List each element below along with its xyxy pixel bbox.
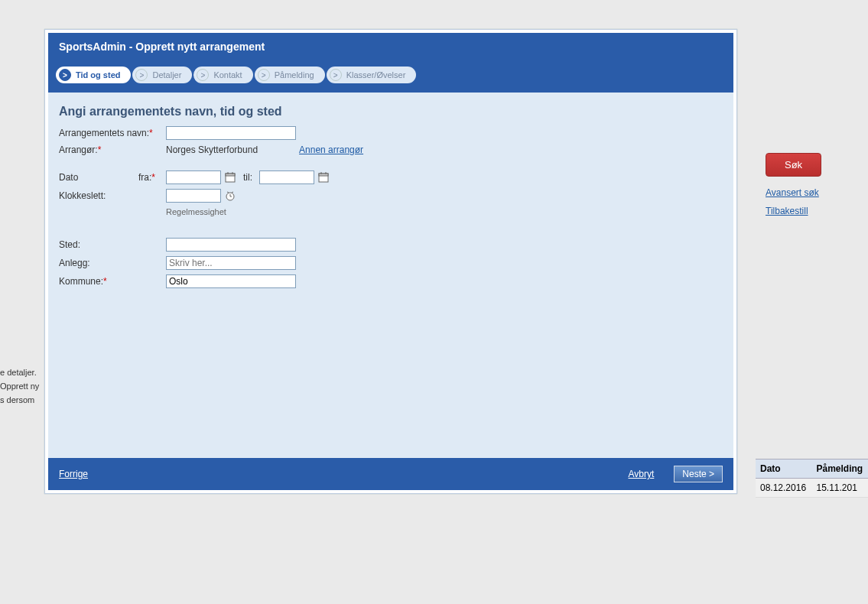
svg-rect-6 — [319, 174, 328, 176]
required-marker: * — [103, 276, 107, 287]
kommune-input[interactable] — [166, 274, 296, 288]
wizard-step-label: Klasser/Øvelser — [346, 70, 406, 80]
anlegg-input[interactable] — [166, 256, 296, 270]
chevron-right-icon: > — [59, 69, 71, 81]
table-header-row: Dato Påmelding — [756, 459, 868, 479]
results-table: Dato Påmelding 08.12.2016 15.11.201 — [756, 459, 868, 498]
wizard-step-label: Tid og sted — [76, 70, 120, 80]
regelmessighet-link[interactable]: Regelmessighet — [166, 207, 723, 216]
calendar-icon[interactable] — [224, 171, 236, 183]
wizard-step-pamelding[interactable]: > Påmelding — [255, 67, 325, 83]
cell-pamelding: 15.11.201 — [812, 482, 869, 493]
required-marker: * — [149, 128, 153, 138]
date-to-input[interactable] — [259, 170, 314, 184]
modal-title: SportsAdmin - Opprett nytt arrangement — [48, 33, 733, 60]
svg-line-12 — [227, 192, 229, 193]
bg-hint-line: Opprett ny — [0, 379, 46, 393]
chevron-right-icon: > — [258, 69, 270, 81]
col-header-dato: Dato — [756, 463, 812, 474]
fra-label: fra: — [138, 172, 151, 183]
col-header-pamelding: Påmelding — [812, 463, 869, 474]
wizard-step-detaljer[interactable]: > Detaljer — [132, 67, 192, 83]
calendar-icon[interactable] — [317, 171, 330, 183]
wizard-step-kontakt[interactable]: > Kontakt — [193, 67, 252, 83]
time-input[interactable] — [166, 189, 221, 203]
create-event-modal: SportsAdmin - Opprett nytt arrangement >… — [44, 29, 737, 494]
modal-footer: Forrige Avbryt Neste > — [48, 458, 733, 490]
wizard-steps: > Tid og sted > Detaljer > Kontakt > Påm… — [48, 60, 733, 93]
cell-dato: 08.12.2016 — [756, 482, 812, 493]
modal-body: Angi arrangementets navn, tid og sted Ar… — [48, 93, 733, 458]
chevron-right-icon: > — [330, 69, 342, 81]
background-hint-text: e detaljer. Opprett ny s dersom — [0, 365, 46, 407]
event-name-input[interactable] — [166, 126, 296, 140]
svg-line-13 — [232, 192, 233, 193]
required-marker: * — [98, 145, 102, 155]
wizard-step-tid-og-sted[interactable]: > Tid og sted — [56, 67, 131, 83]
wizard-step-label: Påmelding — [275, 70, 314, 80]
sted-label: Sted: — [59, 239, 80, 250]
wizard-step-label: Kontakt — [213, 70, 242, 80]
search-button[interactable]: Søk — [766, 153, 821, 177]
klokkeslett-label: Klokkeslett: — [59, 190, 106, 201]
prev-link[interactable]: Forrige — [59, 469, 88, 479]
chevron-right-icon: > — [135, 69, 148, 81]
bg-hint-line: e detaljer. — [0, 365, 46, 379]
chevron-right-icon: > — [197, 69, 209, 81]
til-label: til: — [236, 172, 259, 183]
arrangor-value: Norges Skytterforbund — [166, 145, 258, 155]
required-marker: * — [151, 172, 155, 183]
anlegg-label: Anlegg: — [59, 258, 90, 268]
svg-rect-1 — [226, 174, 235, 176]
date-from-input[interactable] — [166, 170, 221, 184]
next-button[interactable]: Neste > — [674, 466, 723, 482]
table-row[interactable]: 08.12.2016 15.11.201 — [756, 479, 868, 498]
wizard-step-label: Detaljer — [152, 70, 181, 80]
event-name-label: Arrangementets navn: — [59, 128, 149, 138]
sted-input[interactable] — [166, 238, 296, 252]
dato-label: Dato — [59, 172, 138, 183]
wizard-step-klasser-ovelser[interactable]: > Klasser/Øvelser — [327, 67, 417, 83]
kommune-label: Kommune: — [59, 276, 103, 287]
bg-hint-line: s dersom — [0, 393, 46, 407]
arrangor-label: Arrangør: — [59, 145, 98, 155]
clock-icon[interactable] — [224, 190, 236, 202]
annen-arrangor-link[interactable]: Annen arrangør — [299, 145, 363, 155]
reset-link[interactable]: Tilbakestill — [766, 206, 842, 216]
advanced-search-link[interactable]: Avansert søk — [766, 187, 842, 198]
search-controls: Søk Avansert søk Tilbakestill — [766, 153, 842, 224]
cancel-link[interactable]: Avbryt — [629, 469, 655, 479]
body-title: Angi arrangementets navn, tid og sted — [59, 105, 723, 119]
